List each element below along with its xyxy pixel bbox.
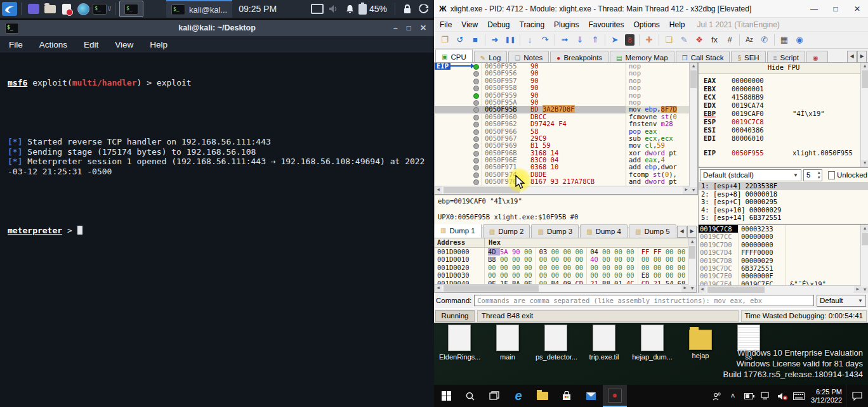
hex-byte[interactable]: 00 [602, 255, 614, 263]
register-row[interactable]: EAX00000000 [704, 77, 868, 85]
hex-byte[interactable]: 00 [666, 248, 678, 255]
notification-bell-icon[interactable] [343, 2, 358, 16]
disasm-row[interactable]: 0050F96658pop eax [435, 128, 697, 135]
dump-tab-1[interactable]: ▥Dump 1 [434, 224, 482, 238]
clipboard-icon[interactable] [310, 2, 325, 16]
hex-byte[interactable]: 00 [666, 255, 678, 263]
hex-byte[interactable]: 00 [551, 255, 563, 263]
disasm-row[interactable]: 0050F96729C9sub ecx,ecx [435, 135, 697, 142]
dump-row[interactable]: 001D0010B8 00 00 0000 00 00 0040 00 00 0… [435, 255, 696, 263]
breakpoint-dot-icon[interactable] [473, 71, 479, 77]
run-icon[interactable]: ➜ [487, 32, 503, 48]
volume-icon[interactable] [326, 2, 341, 16]
hex-byte[interactable]: 00 [524, 264, 532, 271]
hex-byte[interactable]: 00 [626, 264, 635, 271]
disasm-row[interactable]: 0050F95BBD 3A2B7D8Fmov ebp,8F7D [435, 106, 697, 113]
hex-byte[interactable]: 00 [654, 255, 666, 263]
unlocked-checkbox[interactable] [828, 171, 835, 179]
run-trace-icon[interactable]: ➟ [557, 32, 572, 48]
hex-byte[interactable]: 00 [602, 271, 614, 279]
disasm-row[interactable]: 0050F95890nop [435, 84, 697, 91]
taskbar-x32dbg-button[interactable] [603, 385, 627, 407]
disasm-hscrollbar[interactable]: ◀▶ [435, 186, 690, 194]
hex-byte[interactable]: 00 [524, 255, 532, 263]
terminal-launcher[interactable]: $_ [92, 2, 107, 16]
hex-byte[interactable]: 00 [524, 271, 532, 279]
dump-tab-4[interactable]: ▥Dump 4 [580, 224, 628, 238]
breakpoint-dot-icon[interactable] [473, 107, 479, 113]
workspace-icon[interactable] [26, 2, 41, 16]
hex-byte[interactable]: E8 [641, 271, 654, 279]
argument-row[interactable]: 4: [esp+10] 00000029 [699, 206, 868, 214]
hex-byte[interactable]: 00 [539, 255, 551, 263]
hex-byte[interactable]: 00 [575, 264, 583, 271]
run-to-user-code-icon[interactable]: ➤ [607, 32, 622, 48]
hex-byte[interactable]: FF [641, 248, 654, 255]
hex-byte[interactable]: 00 [500, 271, 512, 279]
search-button[interactable] [458, 385, 482, 407]
minimize-button[interactable]: – [393, 23, 398, 32]
disasm-row[interactable]: 0050F962D97424 F4fnstenv m28 [435, 120, 697, 127]
desktop-icon-hejap[interactable]: hejap [680, 325, 721, 359]
hex-byte[interactable]: 00 [678, 248, 686, 255]
disassembly-pane[interactable]: EIP0050F95590nop0050F95690nop0050F95790n… [434, 62, 698, 195]
hex-byte[interactable]: 00 [563, 248, 575, 255]
hex-byte[interactable]: 00 [614, 264, 626, 271]
command-input[interactable] [474, 295, 814, 306]
x32dbg-titlebar[interactable]: Ж xlight.exe - PID: 4712 - Module: xligh… [434, 0, 868, 18]
desktop-icon-psdetector[interactable]: ps_detector... [536, 325, 576, 361]
mail-button[interactable] [579, 385, 603, 407]
hex-byte[interactable]: 00 [575, 255, 583, 263]
disasm-row[interactable]: 0050F95690nop [435, 70, 697, 77]
dump-pane[interactable]: Address Hex 001D00004D 5A 90 0003 00 00 … [434, 238, 697, 293]
hex-byte[interactable]: 5A [500, 248, 512, 255]
disasm-row[interactable]: EIP0050F95590nop [435, 63, 697, 70]
menu-tracing[interactable]: Tracing [520, 20, 545, 29]
taskbar-clock[interactable]: 6:25 PM 3/12/2022 [807, 388, 846, 404]
terminal-content[interactable]: msf6 exploit(multi/handler) > exploit [*… [0, 53, 434, 407]
argument-row[interactable]: 1: [esp+4] 22D3538F [699, 182, 868, 190]
start-button[interactable] [434, 385, 458, 407]
terminal-menu-help[interactable]: Help [150, 40, 168, 49]
hex-byte[interactable]: 00 [666, 264, 678, 271]
close-button[interactable]: ✕ [846, 1, 868, 17]
hex-byte[interactable]: 00 [512, 255, 524, 263]
hex-byte[interactable]: 00 [654, 264, 666, 271]
menu-file[interactable]: File [440, 20, 452, 29]
stack-row[interactable]: 0019C7D000000000 [699, 241, 868, 249]
step-out-icon[interactable]: ⇓ [572, 32, 588, 48]
disasm-row[interactable]: 0050F96B3168 14xor dword pt [435, 150, 697, 157]
hash-icon[interactable]: # [722, 32, 737, 48]
dump-tab-left-icon[interactable]: ◀ [677, 226, 687, 238]
hex-byte[interactable]: 00 [614, 271, 626, 279]
breakpoint-dot-icon[interactable] [473, 179, 479, 185]
globe-icon[interactable]: ◉ [792, 32, 807, 48]
breakpoint-dot-icon[interactable] [473, 129, 479, 135]
hex-byte[interactable]: 00 [626, 248, 635, 255]
people-icon[interactable] [708, 385, 725, 407]
execute-till-return-icon[interactable]: ⇑ [588, 32, 603, 48]
register-row[interactable]: ESP0019C7C8 [704, 118, 868, 126]
stack-vscrollbar[interactable]: ▲▼ [860, 225, 868, 294]
hex-byte[interactable]: 00 [654, 271, 666, 279]
file-explorer-button[interactable] [530, 385, 555, 407]
stack-row[interactable]: 0019C7E00000000F [699, 272, 868, 280]
network-icon[interactable] [758, 385, 774, 407]
hex-byte[interactable]: 00 [641, 255, 654, 263]
hex-byte[interactable]: 00 [678, 271, 686, 279]
dump-tab-5[interactable]: ▥Dump 5 [629, 224, 676, 238]
kali-menu-button[interactable] [2, 2, 17, 16]
hex-byte[interactable]: 00 [512, 264, 524, 271]
edge-button[interactable]: e [506, 385, 530, 407]
register-row[interactable]: EBP0019CAF0"4Ì\x19" [704, 110, 868, 118]
hex-byte[interactable]: 00 [678, 264, 686, 271]
stack-row[interactable]: 0019C7C800003233 [699, 225, 868, 233]
hex-byte[interactable]: 00 [563, 255, 575, 263]
window-list-button[interactable]: $_ kali@kal... [166, 0, 232, 18]
comments-icon[interactable]: ❏ [661, 32, 676, 48]
step-into-icon[interactable]: ↓ [522, 32, 537, 48]
hex-byte[interactable]: 00 [678, 255, 686, 263]
register-row[interactable]: EDI80006010 [704, 134, 868, 143]
hex-byte[interactable]: 04 [590, 248, 602, 255]
hex-byte[interactable]: 00 [551, 264, 563, 271]
